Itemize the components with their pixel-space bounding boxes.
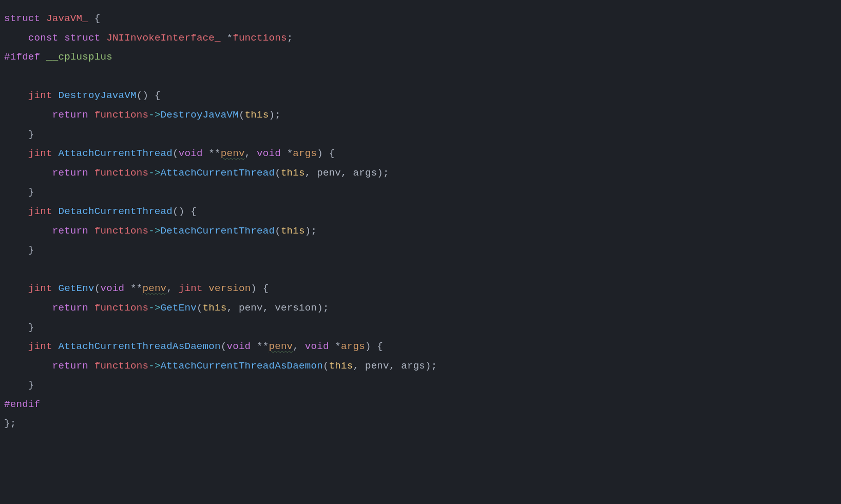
arg-version: version	[275, 302, 317, 314]
type-jint: jint	[28, 90, 52, 101]
op-arrow: ->	[148, 109, 160, 121]
arg-penv: penv	[317, 167, 341, 179]
arg-args: args	[353, 167, 377, 179]
pp-macro-cplusplus: __cplusplus	[46, 51, 112, 63]
code-line[interactable]: struct JavaVM_ {	[4, 13, 100, 24]
double-star: **	[130, 283, 142, 294]
star: *	[226, 32, 233, 44]
type-jint: jint	[28, 341, 52, 352]
keyword-void: void	[257, 148, 281, 159]
code-line[interactable]: #endif	[4, 399, 40, 410]
code-line-blank[interactable]	[4, 264, 10, 275]
code-line[interactable]: jint AttachCurrentThreadAsDaemon(void **…	[4, 341, 383, 352]
type-jint: jint	[179, 283, 203, 294]
code-line[interactable]: jint DetachCurrentThread() {	[4, 206, 197, 217]
code-line[interactable]: const struct JNIInvokeInterface_ *functi…	[4, 32, 293, 44]
keyword-this: this	[281, 167, 305, 179]
keyword-return: return	[52, 167, 88, 179]
code-editor-content[interactable]: struct JavaVM_ { const struct JNIInvokeI…	[0, 0, 841, 438]
code-line[interactable]: }	[4, 186, 34, 198]
param-args: args	[341, 341, 365, 352]
param-args: args	[293, 148, 317, 159]
code-line[interactable]: return functions->DetachCurrentThread(th…	[4, 225, 317, 237]
brace-close-semi: };	[4, 418, 16, 429]
keyword-void: void	[100, 283, 124, 294]
code-line[interactable]: return functions->DestroyJavaVM(this);	[4, 109, 281, 121]
op-arrow: ->	[148, 360, 160, 372]
type-JavaVM_: JavaVM_	[46, 13, 88, 24]
pp-endif: #endif	[4, 399, 40, 410]
code-line[interactable]: }	[4, 244, 34, 256]
brace-close: }	[28, 379, 34, 391]
keyword-return: return	[52, 302, 88, 314]
ident-functions: functions	[94, 360, 148, 372]
code-line[interactable]: return functions->AttachCurrentThreadAsD…	[4, 360, 437, 372]
fn-DestroyJavaVM-call: DestroyJavaVM	[161, 109, 239, 121]
fn-AttachCurrentThread: AttachCurrentThread	[58, 148, 173, 159]
keyword-this: this	[245, 109, 269, 121]
keyword-const: const	[28, 32, 59, 44]
ident-functions: functions	[94, 167, 148, 179]
keyword-struct: struct	[4, 13, 40, 24]
type-JNIInvokeInterface_: JNIInvokeInterface_	[106, 32, 221, 44]
code-line[interactable]: jint DestroyJavaVM() {	[4, 90, 161, 101]
keyword-this: this	[281, 225, 305, 237]
brace-close: }	[28, 129, 34, 140]
arg-penv: penv	[239, 302, 263, 314]
code-line[interactable]: };	[4, 418, 16, 429]
fn-GetEnv: GetEnv	[58, 283, 94, 294]
code-line[interactable]: }	[4, 322, 34, 333]
param-penv: penv	[221, 148, 245, 159]
keyword-void: void	[305, 341, 329, 352]
code-line[interactable]: jint AttachCurrentThread(void **penv, vo…	[4, 148, 335, 159]
keyword-void: void	[226, 341, 251, 352]
code-line[interactable]: #ifdef __cplusplus	[4, 51, 112, 63]
keyword-this: this	[329, 360, 353, 372]
op-arrow: ->	[148, 302, 160, 314]
keyword-return: return	[52, 109, 88, 121]
arg-args: args	[401, 360, 425, 372]
ident-functions: functions	[94, 302, 148, 314]
type-jint: jint	[28, 148, 52, 159]
ident-functions: functions	[94, 109, 148, 121]
star: *	[335, 341, 341, 352]
keyword-return: return	[52, 225, 88, 237]
op-arrow: ->	[148, 167, 160, 179]
brace-close: }	[28, 322, 34, 333]
keyword-return: return	[52, 360, 88, 372]
brace-close: }	[28, 186, 34, 198]
pp-ifdef: #ifdef	[4, 51, 40, 63]
keyword-struct: struct	[64, 32, 100, 44]
code-line-blank[interactable]	[4, 71, 10, 82]
op-arrow: ->	[148, 225, 160, 237]
fn-AttachCurrentThread-call: AttachCurrentThread	[161, 167, 275, 179]
double-star: **	[257, 341, 269, 352]
type-jint: jint	[28, 206, 52, 217]
fn-DetachCurrentThread-call: DetachCurrentThread	[161, 225, 275, 237]
brace-close: }	[28, 244, 34, 256]
brace-open: {	[94, 13, 101, 24]
semicolon: ;	[287, 32, 293, 44]
fn-DestroyJavaVM: DestroyJavaVM	[58, 90, 136, 101]
ident-functions: functions	[233, 32, 286, 44]
fn-AttachCurrentThreadAsDaemon-call: AttachCurrentThreadAsDaemon	[161, 360, 323, 372]
arg-penv: penv	[365, 360, 389, 372]
fn-GetEnv-call: GetEnv	[161, 302, 197, 314]
fn-AttachCurrentThreadAsDaemon: AttachCurrentThreadAsDaemon	[58, 341, 220, 352]
type-jint: jint	[28, 283, 52, 294]
keyword-void: void	[179, 148, 203, 159]
code-line[interactable]: jint GetEnv(void **penv, jint version) {	[4, 283, 269, 294]
param-penv: penv	[269, 341, 293, 352]
fn-DetachCurrentThread: DetachCurrentThread	[58, 206, 173, 217]
star: *	[287, 148, 293, 159]
code-line[interactable]: }	[4, 129, 34, 140]
ident-functions: functions	[94, 225, 148, 237]
code-line[interactable]: return functions->AttachCurrentThread(th…	[4, 167, 389, 179]
param-penv: penv	[142, 283, 166, 294]
code-line[interactable]: }	[4, 379, 34, 391]
keyword-this: this	[203, 302, 227, 314]
double-star: **	[208, 148, 220, 159]
param-version: version	[208, 283, 251, 294]
code-line[interactable]: return functions->GetEnv(this, penv, ver…	[4, 302, 329, 314]
